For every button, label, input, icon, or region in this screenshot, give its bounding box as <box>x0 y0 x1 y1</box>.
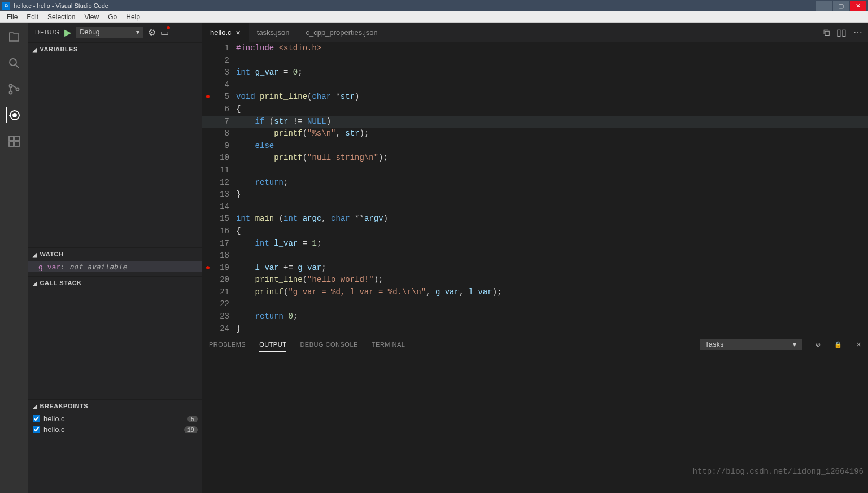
code-content[interactable]: } <box>236 323 868 335</box>
code-content[interactable]: } <box>236 189 868 201</box>
code-line[interactable]: ●5void print_line(char *str) <box>202 91 868 103</box>
breakpoint-gutter[interactable] <box>202 67 213 79</box>
code-content[interactable]: void print_line(char *str) <box>236 91 868 103</box>
code-line[interactable]: 9 else <box>202 140 868 152</box>
breakpoint-gutter[interactable] <box>202 42 213 55</box>
breakpoint-gutter[interactable] <box>202 250 213 262</box>
code-line[interactable]: 13} <box>202 189 868 201</box>
code-line[interactable]: 15int main (int argc, char **argv) <box>202 213 868 225</box>
breakpoint-gutter[interactable] <box>202 213 213 225</box>
breakpoint-gutter[interactable] <box>202 128 213 140</box>
breakpoint-gutter[interactable] <box>202 103 213 116</box>
code-line[interactable]: 20 print_line("hello world!"); <box>202 274 868 286</box>
code-content[interactable]: l_var += g_var; <box>236 262 868 274</box>
menu-file[interactable]: File <box>2 13 22 21</box>
code-line[interactable]: 16{ <box>202 225 868 238</box>
code-content[interactable] <box>236 201 868 213</box>
breakpoint-item[interactable]: hello.c19 <box>28 424 202 435</box>
panel-tab-problems[interactable]: PROBLEMS <box>209 338 246 351</box>
breakpoint-checkbox[interactable] <box>33 426 40 433</box>
close-icon[interactable]: × <box>236 28 241 37</box>
breakpoint-gutter[interactable] <box>202 323 213 335</box>
breakpoint-gutter[interactable] <box>202 79 213 91</box>
breakpoints-header[interactable]: ◢ BREAKPOINTS <box>28 400 202 412</box>
code-content[interactable]: if (str != NULL) <box>236 116 868 128</box>
code-content[interactable]: int g_var = 0; <box>236 67 868 79</box>
code-line[interactable]: 11 <box>202 164 868 177</box>
breakpoint-gutter[interactable] <box>202 177 213 189</box>
code-content[interactable]: else <box>236 140 868 152</box>
code-line[interactable]: 18 <box>202 250 868 262</box>
menu-view[interactable]: View <box>80 13 103 21</box>
code-content[interactable] <box>236 79 868 91</box>
code-line[interactable]: 8 printf("%s\n", str); <box>202 128 868 140</box>
breakpoint-gutter[interactable] <box>202 140 213 152</box>
breakpoint-gutter[interactable] <box>202 238 213 250</box>
breakpoint-gutter[interactable] <box>202 311 213 323</box>
maximize-button[interactable]: ▢ <box>833 1 849 11</box>
callstack-header[interactable]: ◢ CALL STACK <box>28 277 202 289</box>
breakpoint-item[interactable]: hello.c5 <box>28 413 202 424</box>
source-control-icon[interactable] <box>6 81 22 97</box>
breakpoint-gutter[interactable]: ● <box>202 262 213 274</box>
split-icon[interactable]: ▯▯ <box>836 27 847 38</box>
code-line[interactable]: 14 <box>202 201 868 213</box>
code-line[interactable]: 3int g_var = 0; <box>202 67 868 79</box>
code-content[interactable]: return 0; <box>236 311 868 323</box>
debug-console-button[interactable]: ▭ <box>160 27 169 38</box>
code-content[interactable]: printf("g_var = %d, l_var = %d.\r\n", g_… <box>236 286 868 299</box>
breakpoint-gutter[interactable] <box>202 225 213 238</box>
panel-tab-terminal[interactable]: TERMINAL <box>372 338 405 351</box>
code-line[interactable]: 17 int l_var = 1; <box>202 238 868 250</box>
code-line[interactable]: 21 printf("g_var = %d, l_var = %d.\r\n",… <box>202 286 868 299</box>
panel-tab-output[interactable]: OUTPUT <box>259 338 286 352</box>
code-content[interactable]: { <box>236 225 868 238</box>
code-content[interactable]: int main (int argc, char **argv) <box>236 213 868 225</box>
menu-selection[interactable]: Selection <box>43 13 80 21</box>
code-line[interactable]: 1#include <stdio.h> <box>202 42 868 55</box>
menu-go[interactable]: Go <box>103 13 121 21</box>
code-content[interactable] <box>236 55 868 67</box>
clear-icon[interactable]: ⊘ <box>815 341 821 348</box>
menu-edit[interactable]: Edit <box>22 13 43 21</box>
extensions-icon[interactable] <box>6 133 22 149</box>
code-content[interactable]: printf("%s\n", str); <box>236 128 868 140</box>
breakpoint-gutter[interactable] <box>202 298 213 311</box>
gear-icon[interactable]: ⚙ <box>148 27 156 38</box>
code-content[interactable]: #include <stdio.h> <box>236 42 868 55</box>
code-line[interactable]: 2 <box>202 55 868 67</box>
breakpoint-gutter[interactable] <box>202 286 213 299</box>
tab-hello-c[interactable]: hello.c× <box>202 23 249 42</box>
explorer-icon[interactable] <box>6 29 22 45</box>
breakpoint-gutter[interactable] <box>202 189 213 201</box>
code-line[interactable]: 12 return; <box>202 177 868 189</box>
minimize-button[interactable]: ─ <box>816 1 832 11</box>
code-content[interactable]: printf("null string\n"); <box>236 152 868 164</box>
tab-tasks-json[interactable]: tasks.json <box>249 23 298 42</box>
close-panel-icon[interactable]: ✕ <box>856 341 862 348</box>
code-line[interactable]: 23 return 0; <box>202 311 868 323</box>
breakpoint-gutter[interactable] <box>202 274 213 286</box>
close-button[interactable]: ✕ <box>850 1 866 11</box>
code-line[interactable]: 6{ <box>202 103 868 116</box>
debug-config-select[interactable]: Debug ▾ <box>76 27 143 38</box>
menu-help[interactable]: Help <box>121 13 145 21</box>
code-content[interactable]: { <box>236 103 868 116</box>
start-debug-button[interactable]: ▶ <box>64 27 71 38</box>
code-line[interactable]: ●19 l_var += g_var; <box>202 262 868 274</box>
output-channel-select[interactable]: Tasks ▾ <box>700 339 802 350</box>
code-line[interactable]: 7 if (str != NULL) <box>202 116 868 128</box>
code-content[interactable] <box>236 250 868 262</box>
code-content[interactable]: return; <box>236 177 868 189</box>
code-line[interactable]: 22 <box>202 298 868 311</box>
debug-icon[interactable] <box>6 107 21 123</box>
breakpoint-gutter[interactable] <box>202 201 213 213</box>
variables-header[interactable]: ◢ VARIABLES <box>28 43 202 55</box>
watch-item[interactable]: g_var: not available <box>28 261 202 272</box>
breakpoint-gutter[interactable] <box>202 152 213 164</box>
compare-icon[interactable]: ⧉ <box>823 28 830 38</box>
code-content[interactable] <box>236 298 868 311</box>
more-icon[interactable]: ⋯ <box>853 27 862 38</box>
code-content[interactable] <box>236 164 868 177</box>
breakpoint-checkbox[interactable] <box>33 415 40 422</box>
